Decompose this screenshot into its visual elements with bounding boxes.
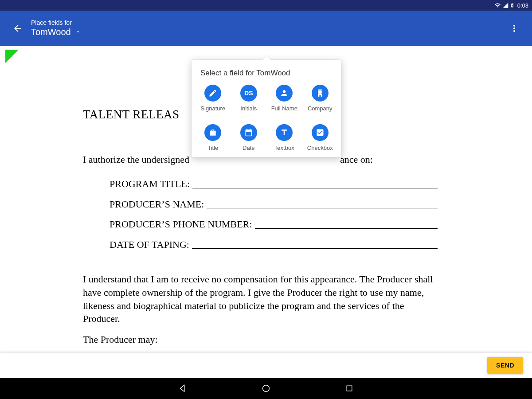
signature-icon — [204, 85, 221, 102]
field-company[interactable]: Company — [302, 85, 338, 112]
doc-paragraph-2: The Producer may: — [83, 333, 438, 346]
textbox-icon — [276, 124, 293, 141]
back-arrow-icon — [12, 23, 23, 34]
svg-point-0 — [263, 385, 270, 392]
nav-recents-icon — [345, 384, 354, 393]
nav-home-icon — [261, 383, 271, 393]
checkbox-icon — [312, 124, 329, 141]
form-line-producer-phone: PRODUCER’S PHONE NUMBER: — [110, 218, 438, 231]
field-title[interactable]: Title — [195, 124, 231, 151]
doc-intro-right: ance on: — [340, 153, 373, 166]
app-bar: Place fields for TomWood — [0, 11, 532, 46]
form-line-producer-name: PRODUCER’S NAME: — [110, 198, 438, 211]
footer-bar: SEND — [0, 353, 532, 378]
battery-charging-icon — [510, 2, 515, 9]
status-icons: 0:03 — [494, 2, 528, 9]
overflow-menu-button[interactable] — [504, 18, 525, 39]
person-icon — [276, 85, 293, 102]
doc-intro-left: I authorize the undersigned — [83, 153, 189, 166]
briefcase-icon — [204, 124, 221, 141]
field-picker-popover: Select a field for TomWood Signature DS … — [192, 60, 341, 157]
doc-paragraph-1: I understand that I am to receive no com… — [83, 273, 438, 325]
nav-recents-button[interactable] — [343, 382, 356, 395]
building-icon — [312, 85, 329, 102]
svg-rect-1 — [347, 386, 352, 391]
android-status-bar: 0:03 — [0, 0, 532, 11]
field-initials[interactable]: DS Initials — [231, 85, 267, 112]
form-line-date-of-taping: DATE OF TAPING: — [110, 239, 438, 251]
nav-back-icon — [178, 383, 188, 393]
nav-back-button[interactable] — [176, 382, 189, 395]
nav-home-button[interactable] — [260, 382, 272, 395]
field-textbox[interactable]: Textbox — [266, 124, 302, 151]
field-signature[interactable]: Signature — [195, 85, 231, 112]
wifi-icon — [494, 2, 501, 8]
appbar-subtitle: Place fields for — [31, 19, 81, 27]
android-nav-bar — [0, 378, 532, 399]
page-corner-marker — [5, 50, 19, 63]
appbar-title: TomWood — [31, 27, 71, 38]
more-vert-icon — [509, 23, 520, 34]
field-checkbox[interactable]: Checkbox — [302, 124, 338, 151]
field-date[interactable]: Date — [231, 124, 267, 151]
send-button[interactable]: SEND — [487, 357, 523, 374]
back-button[interactable] — [7, 18, 28, 39]
appbar-title-block[interactable]: Place fields for TomWood — [31, 19, 81, 38]
cell-signal-icon — [502, 2, 509, 8]
field-full-name[interactable]: Full Name — [266, 85, 302, 112]
field-grid: Signature DS Initials Full Name Company … — [192, 85, 341, 151]
popover-title: Select a field for TomWood — [192, 60, 341, 85]
initials-icon: DS — [240, 85, 257, 102]
form-line-program-title: PROGRAM TITLE: — [110, 178, 438, 190]
dropdown-caret-icon — [75, 28, 81, 37]
status-time: 0:03 — [517, 2, 528, 9]
calendar-icon — [240, 124, 257, 141]
